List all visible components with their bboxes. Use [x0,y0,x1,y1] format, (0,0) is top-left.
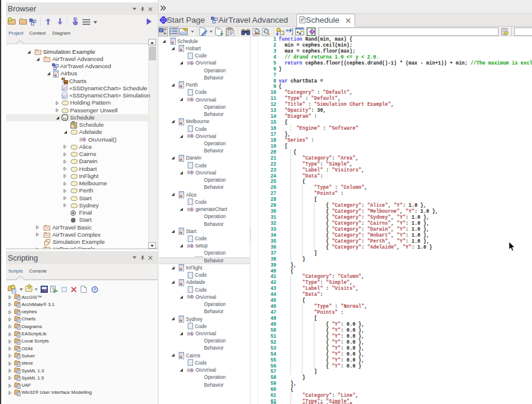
svg-text:?: ? [93,287,96,292]
